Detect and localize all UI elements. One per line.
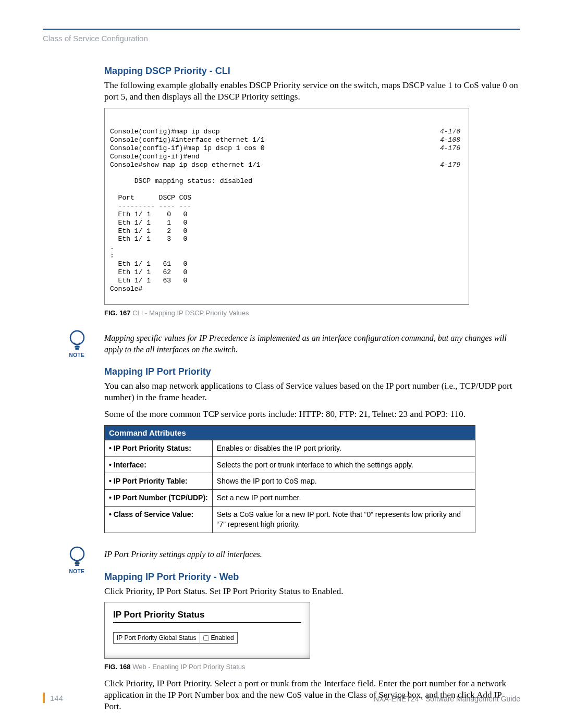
p-ip-port-1: You can also map network applications to…	[104, 380, 520, 403]
heading-mapping-ip-port-web: Mapping IP Port Priority - Web	[104, 572, 520, 583]
attr-desc: Selects the port or trunk interface to w…	[212, 456, 475, 473]
figure-caption-168: FIG. 168 Web - Enabling IP Port Priority…	[104, 663, 520, 671]
note-icon: NOTE	[63, 546, 91, 574]
note-block-1: NOTE Mapping specific values for IP Prec…	[63, 332, 520, 355]
attr-desc: Shows the IP port to CoS map.	[212, 473, 475, 490]
cli-line: Console(config)#interface ethernet 1/14-…	[110, 136, 463, 144]
fig-168-text: Web - Enabling IP Port Priority Status	[131, 663, 246, 671]
attr-name: • IP Port Priority Status:	[105, 440, 213, 456]
note-label: NOTE	[63, 569, 91, 574]
note-1-text: Mapping specific values for IP Precedenc…	[104, 332, 520, 355]
fig-167-label: FIG. 167	[104, 309, 131, 317]
note-block-2: NOTE IP Port Priority settings apply to …	[63, 549, 520, 560]
attr-desc: Enables or disables the IP port priority…	[212, 440, 475, 456]
note-icon: NOTE	[63, 329, 91, 358]
enabled-label: Enabled	[211, 634, 234, 641]
table-row: • IP Port Priority Status:Enables or dis…	[105, 440, 475, 456]
command-attributes-table: Command Attributes • IP Port Priority St…	[104, 425, 475, 533]
svg-rect-2	[75, 348, 79, 350]
attr-name: • Interface:	[105, 456, 213, 473]
status-row-value: Enabled	[200, 633, 237, 643]
main-content: Mapping DSCP Priority - CLI The followin…	[104, 66, 520, 712]
fig-167-text: CLI - Mapping IP DSCP Priority Values	[131, 309, 249, 317]
panel-title: IP Port Priority Status	[113, 610, 301, 620]
cli-line: Console(config-if)#end	[110, 153, 463, 161]
page: Class of Service Configuration Mapping D…	[0, 0, 563, 728]
cli-line: Console(config)#map ip dscp4-176	[110, 128, 463, 136]
running-header: Class of Service Configuration	[43, 34, 520, 43]
note-label: NOTE	[63, 352, 91, 358]
svg-rect-4	[75, 562, 80, 564]
svg-point-3	[70, 547, 84, 561]
top-rule	[43, 29, 520, 30]
table-header: Command Attributes	[105, 425, 475, 440]
p-ip-port-2: Some of the more common TCP service port…	[104, 409, 520, 420]
attr-desc: Sets a CoS value for a new IP port. Note…	[212, 507, 475, 533]
heading-mapping-ip-port: Mapping IP Port Priority	[104, 366, 520, 377]
page-number: 144	[43, 693, 63, 703]
cli-output-box: Console(config)#map ip dscp4-176Console(…	[104, 108, 469, 305]
enabled-checkbox[interactable]	[203, 635, 209, 641]
status-table: IP Port Priority Global Status Enabled	[113, 632, 238, 644]
panel-divider	[113, 622, 301, 623]
p-web-1: Click Priority, IP Port Status. Set IP P…	[104, 586, 520, 597]
page-footer: 144 NXA-ENET24 - Software Management Gui…	[43, 693, 520, 703]
status-row-label: IP Port Priority Global Status	[114, 633, 200, 643]
attr-name: • IP Port Number (TCP/UDP):	[105, 490, 213, 507]
attr-desc: Set a new IP port number.	[212, 490, 475, 507]
attr-name: • IP Port Priority Table:	[105, 473, 213, 490]
intro-paragraph-1: The following example globally enables D…	[104, 80, 520, 103]
web-screenshot-panel: IP Port Priority Status IP Port Priority…	[104, 602, 310, 659]
table-row: • Class of Service Value:Sets a CoS valu…	[105, 507, 475, 533]
svg-rect-1	[75, 346, 80, 348]
lightbulb-icon	[67, 329, 87, 351]
figure-caption-167: FIG. 167 CLI - Mapping IP DSCP Priority …	[104, 309, 520, 317]
table-row: • IP Port Number (TCP/UDP):Set a new IP …	[105, 490, 475, 507]
cli-line: Console(config-if)#map ip dscp 1 cos 04-…	[110, 144, 463, 153]
attr-name: • Class of Service Value:	[105, 507, 213, 533]
svg-point-0	[70, 331, 84, 344]
table-row: • IP Port Priority Table:Shows the IP po…	[105, 473, 475, 490]
note-2-text: IP Port Priority settings apply to all i…	[104, 549, 520, 560]
lightbulb-icon	[67, 546, 87, 567]
cli-line: Console#show map ip dscp ethernet 1/14-1…	[110, 161, 463, 169]
heading-mapping-dscp-cli: Mapping DSCP Priority - CLI	[104, 66, 520, 77]
table-row: • Interface:Selects the port or trunk in…	[105, 456, 475, 473]
fig-168-label: FIG. 168	[104, 663, 131, 671]
svg-rect-5	[75, 564, 79, 566]
guide-title: NXA-ENET24 - Software Management Guide	[374, 695, 520, 703]
cli-body-text: DSCP mapping status: disabled Port DSCP …	[110, 177, 252, 292]
